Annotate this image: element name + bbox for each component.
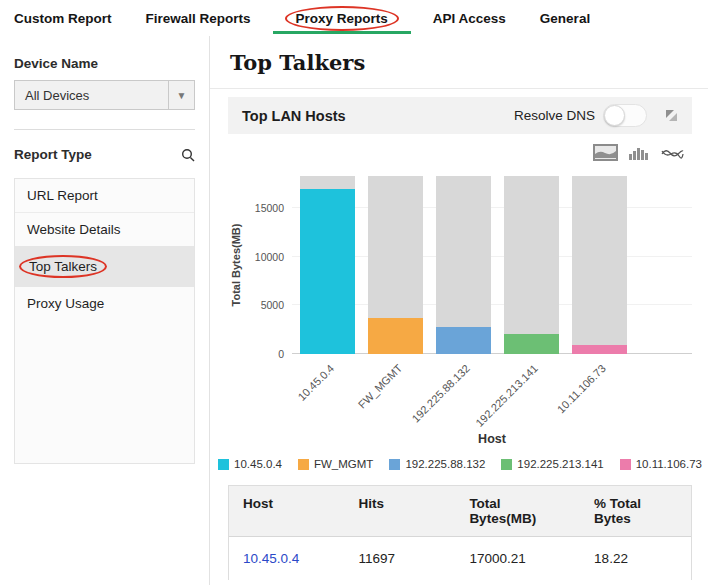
top-nav: Custom Report Firewall Reports Proxy Rep… [0,0,708,36]
legend-swatch-icon [298,459,309,470]
bar[interactable] [436,327,491,354]
x-axis-title: Host [292,432,692,446]
device-select[interactable]: All Devices ▼ [14,80,195,110]
y-tick-label: 0 [242,348,284,360]
table-header-row: Host Hits Total Bytes(MB) % Total Bytes [229,486,691,537]
cell-total-bytes: 17000.21 [455,537,580,580]
chart-plot: 05000100001500010.45.0.4FW_MGMT192.225.8… [292,176,692,354]
legend-label: 10.45.0.4 [234,458,282,470]
resolve-dns-toggle[interactable] [603,104,647,127]
chevron-down-icon: ▼ [168,81,194,109]
sidebar-item-url-report[interactable]: URL Report [15,179,194,213]
sidebar: Device Name All Devices ▼ Report Type UR… [0,36,210,585]
legend-item[interactable]: 192.225.88.132 [389,458,485,470]
bar[interactable] [572,345,627,354]
bar-chart: Total Bytes(MB) 05000100001500010.45.0.4… [228,176,692,354]
legend-label: 192.225.88.132 [405,458,485,470]
column-header-total-bytes: Total Bytes(MB) [455,486,580,536]
top-lan-hosts-panel-header: Top LAN Hosts Resolve DNS [228,97,692,134]
legend-label: 192.225.213.141 [517,458,603,470]
page-title: Top Talkers [230,50,692,75]
line-chart-icon[interactable] [661,145,684,160]
resolve-dns-label: Resolve DNS [514,108,595,123]
bar[interactable] [504,334,559,354]
panel-title: Top LAN Hosts [242,108,514,124]
legend-label: 10.11.106.73 [636,458,702,470]
chart-column[interactable]: 192.225.88.132 [436,176,491,354]
y-tick-label: 5000 [242,299,284,311]
bar-track [504,176,559,354]
device-select-value: All Devices [15,81,168,109]
item-label: URL Report [27,188,98,203]
report-type-label: Report Type [14,147,92,162]
main-content: Top Talkers Top LAN Hosts Resolve DNS [210,36,708,585]
bar[interactable] [368,318,423,354]
red-circle-annotation: Proxy Reports [285,6,399,31]
bar[interactable] [300,189,355,354]
y-axis-title: Total Bytes(MB) [230,224,242,307]
chart-column[interactable]: 10.45.0.4 [300,176,355,354]
y-tick-label: 15000 [242,202,284,214]
chart-type-switcher [228,145,684,160]
red-circle-annotation: Top Talkers [19,255,107,278]
legend-swatch-icon [389,459,400,470]
table-body: 10.45.0.41169717000.2118.22 [229,537,691,580]
legend-item[interactable]: 10.11.106.73 [620,458,702,470]
chart-legend: 10.45.0.4FW_MGMT192.225.88.132192.225.21… [228,458,692,470]
chart-column[interactable]: 10.11.106.73 [572,176,627,354]
tab-proxy-reports[interactable]: Proxy Reports [285,0,399,36]
tab-label: Custom Report [14,11,112,26]
search-icon[interactable] [181,148,195,162]
legend-item[interactable]: FW_MGMT [298,458,373,470]
item-label: Top Talkers [29,259,97,274]
chart-column[interactable]: FW_MGMT [368,176,423,354]
tab-label: General [540,11,590,26]
legend-swatch-icon [218,459,229,470]
table-row: 10.45.0.41169717000.2118.22 [229,537,691,580]
legend-swatch-icon [620,459,631,470]
sidebar-item-top-talkers[interactable]: Top Talkers [15,246,194,287]
cell-pct-total-bytes: 18.22 [580,537,691,580]
tab-custom-report[interactable]: Custom Report [14,0,112,36]
tab-api-access[interactable]: API Access [433,0,506,36]
sidebar-item-proxy-usage[interactable]: Proxy Usage [15,287,194,320]
bar-chart-icon[interactable] [629,145,649,160]
chart-columns: 10.45.0.4FW_MGMT192.225.88.132192.225.21… [292,176,692,354]
cell-hits: 11697 [345,537,456,580]
tab-label: API Access [433,11,506,26]
tab-label: Firewall Reports [146,11,251,26]
area-chart-icon[interactable] [594,145,617,160]
legend-swatch-icon [501,459,512,470]
tab-firewall-reports[interactable]: Firewall Reports [146,0,251,36]
sidebar-divider [14,129,195,130]
chart-column[interactable]: 192.225.213.141 [504,176,559,354]
tab-label: Proxy Reports [296,11,388,26]
item-label: Proxy Usage [27,296,104,311]
top-talkers-table: Host Hits Total Bytes(MB) % Total Bytes … [228,485,692,580]
item-label: Website Details [27,222,121,237]
host-link[interactable]: 10.45.0.4 [243,551,299,566]
y-tick-label: 10000 [242,251,284,263]
report-type-list: URL Report Website Details Top Talkers P… [14,178,195,464]
column-header-pct-total-bytes: % Total Bytes [580,486,691,536]
device-name-label: Device Name [14,56,195,71]
expand-icon[interactable] [665,109,678,122]
cell-host: 10.45.0.4 [229,537,345,580]
legend-label: FW_MGMT [314,458,373,470]
sidebar-item-website-details[interactable]: Website Details [15,213,194,246]
legend-item[interactable]: 192.225.213.141 [501,458,603,470]
content-divider [210,88,708,89]
legend-item[interactable]: 10.45.0.4 [218,458,282,470]
tab-general[interactable]: General [540,0,590,36]
toggle-knob [604,105,625,126]
column-header-host: Host [229,486,345,536]
column-header-hits: Hits [345,486,456,536]
bar-track [572,176,627,354]
